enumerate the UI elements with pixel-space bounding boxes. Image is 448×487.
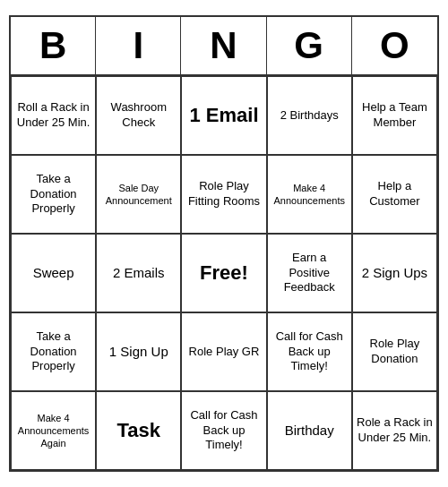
bingo-letter-g: G <box>267 17 352 74</box>
bingo-letter-b: B <box>11 17 96 74</box>
bingo-cell-17: Role Play GR <box>181 312 266 391</box>
bingo-cell-10: Sweep <box>11 234 96 312</box>
bingo-cell-4: Help a Team Member <box>352 76 437 155</box>
bingo-cell-18: Call for Cash Back up Timely! <box>267 312 352 391</box>
bingo-cell-19: Role Play Donation <box>352 312 437 391</box>
bingo-cell-1: Washroom Check <box>96 76 181 155</box>
bingo-cell-22: Call for Cash Back up Timely! <box>181 391 266 470</box>
bingo-letter-i: I <box>96 17 181 74</box>
bingo-cell-0: Roll a Rack in Under 25 Min. <box>11 76 96 155</box>
bingo-cell-15: Take a Donation Properly <box>11 312 96 391</box>
bingo-cell-21: Task <box>96 391 181 470</box>
bingo-cell-11: 2 Emails <box>96 234 181 312</box>
bingo-cell-23: Birthday <box>267 391 352 470</box>
bingo-cell-20: Make 4 Announcements Again <box>11 391 96 470</box>
bingo-cell-3: 2 Birthdays <box>267 76 352 155</box>
bingo-cell-9: Help a Customer <box>352 155 437 234</box>
bingo-cell-12: Free! <box>181 234 266 312</box>
bingo-cell-8: Make 4 Announcements <box>267 155 352 234</box>
bingo-cell-6: Sale Day Announcement <box>96 155 181 234</box>
bingo-card: BINGO Roll a Rack in Under 25 Min.Washro… <box>9 15 439 472</box>
bingo-cell-13: Earn a Positive Feedback <box>267 234 352 312</box>
bingo-cell-14: 2 Sign Ups <box>352 234 437 312</box>
bingo-letter-n: N <box>181 17 266 74</box>
bingo-letter-o: O <box>352 17 437 74</box>
bingo-cell-2: 1 Email <box>181 76 266 155</box>
bingo-grid: Roll a Rack in Under 25 Min.Washroom Che… <box>11 76 437 470</box>
bingo-header: BINGO <box>11 17 437 76</box>
bingo-cell-24: Role a Rack in Under 25 Min. <box>352 391 437 470</box>
bingo-cell-7: Role Play Fitting Rooms <box>181 155 266 234</box>
bingo-cell-16: 1 Sign Up <box>96 312 181 391</box>
bingo-cell-5: Take a Donation Properly <box>11 155 96 234</box>
